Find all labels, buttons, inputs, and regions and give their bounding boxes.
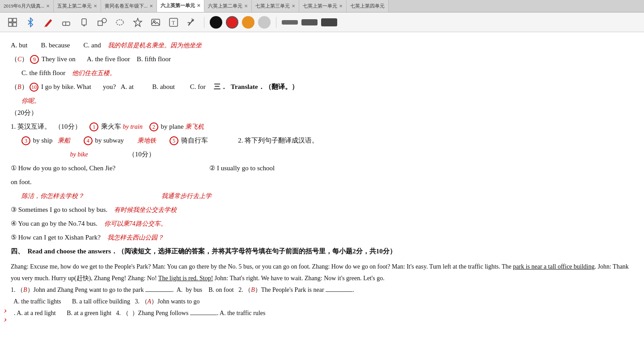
color-black[interactable]: [210, 16, 222, 29]
content-area: A. but B. because C. and 我的邻居是机名乘坐。因为他坐坐…: [0, 32, 644, 362]
close-tab-7[interactable]: ✕: [339, 4, 343, 8]
close-tab-4[interactable]: ✕: [197, 3, 200, 8]
hw-trans1: 陈洁，你怎样去学校？: [21, 193, 84, 199]
q10-optC: C. for: [190, 83, 206, 90]
line-q9-optc: C. the fifth floor 他们住在五楼。: [11, 67, 633, 79]
tab-7[interactable]: 七英上第一单元 ✕: [299, 0, 347, 12]
separator-2: [276, 17, 276, 28]
part2-header: 2. 将下列句子翻译成汉语。: [238, 137, 318, 144]
q10-answer: B: [17, 84, 21, 90]
q10-handwrite-line: 你呢。: [11, 95, 633, 107]
close-tab-1[interactable]: ✕: [46, 4, 50, 8]
bluetooth-icon[interactable]: [23, 15, 38, 29]
tab-8[interactable]: 七英上第四单元: [347, 0, 389, 12]
q9-number: 9: [30, 55, 39, 64]
score-line: （20分）: [11, 107, 633, 119]
pen-icon[interactable]: [41, 15, 55, 29]
grid-icon[interactable]: [5, 15, 20, 29]
item5-text: 骑自行车: [181, 137, 208, 144]
stroke-thick[interactable]: [321, 18, 337, 26]
line-q9: （C） 9 They live on A. the five floor B. …: [11, 53, 633, 65]
trans5-text: ⑤ How can I get to Xishan Park?: [11, 234, 101, 241]
q2-options: A. the traffic lights B. a tall office b…: [11, 298, 130, 305]
item2-num: 2: [149, 122, 158, 131]
tab-2[interactable]: 五英上第二单元 ✕: [54, 0, 101, 12]
trans1-hw: 陈洁，你怎样去学校？ 我通常步行去上学: [11, 190, 633, 202]
q10-bracket-close: ）: [21, 83, 28, 90]
tab-3[interactable]: 黄冈名卷五年级下... ✕: [101, 0, 157, 12]
part1-text: 1. 英汉互译。 （10分） 1 乘火车 by train 2 by plane…: [11, 123, 204, 130]
svg-marker-10: [134, 18, 142, 26]
passage-text: Zhang: Excuse me, how do we get to the P…: [11, 263, 629, 282]
tab-bar: 2019年6月六级真... ✕ 五英上第二单元 ✕ 黄冈名卷五年级下... ✕ …: [0, 0, 644, 13]
close-tab-3[interactable]: ✕: [149, 4, 153, 8]
hw-ship: 乘船: [58, 137, 70, 144]
part1-header: 1. 英汉互译。 （10分） 1 乘火车 by train 2 by plane…: [11, 121, 633, 133]
trans1-line: ① How do you go to school, Chen Jie? ② I…: [11, 162, 633, 174]
q10-optB: B. about: [152, 83, 175, 90]
score-20: （20分）: [11, 109, 38, 116]
q9-optC: C. the fifth floor: [21, 69, 65, 76]
hw-train: by train: [123, 123, 143, 130]
shapes-icon[interactable]: [95, 15, 109, 29]
star-icon[interactable]: [131, 15, 145, 29]
q1-close: ）John and Zhang Peng want to go to the p…: [27, 286, 234, 293]
color-red[interactable]: [226, 16, 238, 29]
svg-rect-4: [63, 22, 70, 25]
image-icon[interactable]: [148, 15, 163, 29]
q9-answer: C: [17, 56, 21, 63]
stroke-medium[interactable]: [301, 19, 318, 25]
hw-subway: 乘地铁: [137, 137, 156, 144]
color-orange[interactable]: [242, 16, 254, 29]
close-tab-5[interactable]: ✕: [244, 4, 248, 8]
tab-1[interactable]: 2019年6月六级真... ✕: [0, 0, 54, 12]
option-a-but: A. but: [11, 42, 28, 49]
hw-trans3: 有时候我坐公交去学校: [114, 206, 177, 213]
svg-rect-2: [8, 23, 12, 26]
close-tab-6[interactable]: ✕: [292, 4, 295, 8]
item4-text: by subway: [95, 137, 124, 144]
stroke-thin[interactable]: [282, 20, 298, 25]
q1-answer: B: [23, 286, 27, 293]
svg-rect-3: [13, 23, 17, 26]
svg-rect-7: [98, 21, 102, 25]
color-gray[interactable]: [258, 16, 271, 29]
lasso-icon[interactable]: [113, 15, 127, 29]
close-tab-2[interactable]: ✕: [93, 4, 97, 8]
q3-close: ）John wants to go: [151, 298, 200, 305]
q9-bracket-open: （: [11, 55, 17, 63]
marker-icon[interactable]: [77, 15, 91, 29]
q4-text: . A. at a red light B. at a green light …: [11, 310, 266, 316]
separator-1: [204, 17, 204, 28]
trans3-line: ③ Sometimes I go to school by bus. 有时候我坐…: [11, 204, 633, 216]
trans2-text: ② I usually go to school: [209, 164, 275, 172]
line-q10: （B） 10 I go by bike. What you? A. at B. …: [11, 81, 633, 93]
svg-rect-1: [13, 18, 17, 22]
handwrite-line1: 我的邻居是机名乘坐。因为他坐坐: [108, 42, 202, 49]
trans3-text: ③ Sometimes I go to school by bus.: [11, 206, 107, 213]
q2-text: 2. （: [235, 286, 251, 293]
q3-text: 3. （: [132, 298, 148, 305]
hw-trans4: 你可以乘74路公交车。: [104, 220, 167, 227]
hw-trans5: 我怎样去西山公园？: [107, 234, 164, 241]
trans4-text: ④ You can go by the No.74 bus.: [11, 220, 97, 227]
svg-rect-0: [8, 18, 12, 22]
section4-title: 四、 Read and choose the answers．（阅读短文，选择正…: [11, 248, 396, 255]
svg-text:T: T: [172, 20, 175, 26]
section4-title-line: 四、 Read and choose the answers．（阅读短文，选择正…: [11, 245, 633, 257]
text-icon[interactable]: T: [166, 15, 181, 29]
handwrite-q10: 你呢。: [21, 97, 40, 104]
svg-rect-6: [82, 19, 86, 25]
q9-bracket-close: ）: [21, 55, 28, 63]
tab-6[interactable]: 七英上第三单元 ✕: [252, 0, 299, 12]
arrow-mark-2: ›: [4, 310, 7, 328]
magic-icon[interactable]: [184, 15, 199, 29]
toolbar: T: [0, 13, 644, 32]
trans5-line: ⑤ How can I get to Xishan Park? 我怎样去西山公园…: [11, 232, 633, 244]
tab-4[interactable]: 六上英第一单元 ✕: [157, 0, 204, 12]
svg-point-8: [102, 18, 106, 23]
tab-5[interactable]: 六英上第二单元 ✕: [204, 0, 252, 12]
q2-answer: B: [251, 286, 255, 293]
q9-optB: B. fifth floor: [137, 55, 171, 63]
eraser-icon[interactable]: [59, 15, 73, 29]
